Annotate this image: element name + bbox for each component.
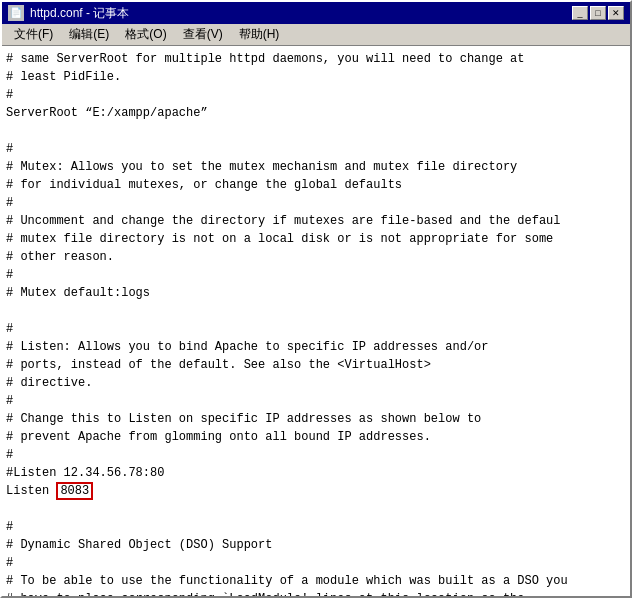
- title-bar: 📄 httpd.conf - 记事本 _ □ ✕: [2, 2, 630, 24]
- maximize-button[interactable]: □: [590, 6, 606, 20]
- highlighted-port: 8083: [56, 482, 93, 500]
- text-content[interactable]: # same ServerRoot for multiple httpd dae…: [2, 46, 630, 596]
- menu-bar: 文件(F) 编辑(E) 格式(O) 查看(V) 帮助(H): [2, 24, 630, 46]
- title-bar-left: 📄 httpd.conf - 记事本: [8, 5, 129, 22]
- menu-file[interactable]: 文件(F): [6, 24, 61, 45]
- menu-format[interactable]: 格式(O): [117, 24, 174, 45]
- close-button[interactable]: ✕: [608, 6, 624, 20]
- menu-help[interactable]: 帮助(H): [231, 24, 288, 45]
- menu-view[interactable]: 查看(V): [175, 24, 231, 45]
- minimize-button[interactable]: _: [572, 6, 588, 20]
- menu-edit[interactable]: 编辑(E): [61, 24, 117, 45]
- title-buttons: _ □ ✕: [572, 6, 624, 20]
- window: 📄 httpd.conf - 记事本 _ □ ✕ 文件(F) 编辑(E) 格式(…: [0, 0, 632, 598]
- window-title: httpd.conf - 记事本: [30, 5, 129, 22]
- file-icon: 📄: [8, 5, 24, 21]
